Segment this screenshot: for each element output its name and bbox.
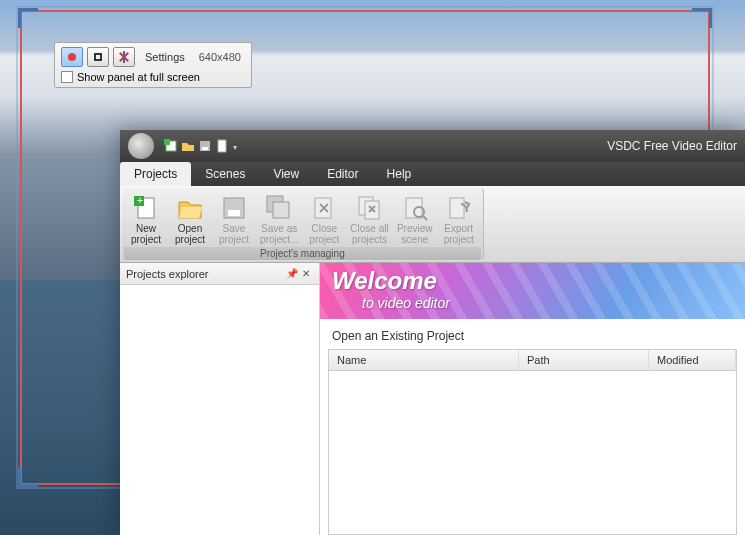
- open-existing-heading: Open an Existing Project: [320, 319, 745, 349]
- menu-help[interactable]: Help: [373, 162, 426, 186]
- qat-open-icon[interactable]: [181, 139, 195, 153]
- svg-rect-9: [228, 210, 240, 216]
- frame-icon: [94, 53, 102, 61]
- svg-rect-18: [450, 198, 464, 218]
- explorer-title: Projects explorer: [126, 268, 209, 280]
- projects-explorer-panel: Projects explorer 📌 ✕: [120, 263, 320, 535]
- open-project-button[interactable]: Open project: [168, 192, 212, 247]
- new-project-button[interactable]: + New project: [124, 192, 168, 247]
- window-title: VSDC Free Video Editor: [607, 139, 737, 153]
- menu-editor[interactable]: Editor: [313, 162, 372, 186]
- save-as-project-button[interactable]: Save as project...: [256, 192, 302, 247]
- qat-save-icon[interactable]: [198, 139, 212, 153]
- vsdc-window: VSDC Free Video Editor Projects Scenes V…: [120, 130, 745, 535]
- qat-new-icon[interactable]: [164, 139, 178, 153]
- welcome-subtitle: to video editor: [332, 295, 733, 311]
- frame-toggle-button[interactable]: [87, 47, 109, 67]
- menu-view[interactable]: View: [259, 162, 313, 186]
- pin-icon[interactable]: 📌: [285, 267, 299, 281]
- main-panel: Welcome to video editor Open an Existing…: [320, 263, 745, 535]
- ribbon-group-projects: + New project Open project Save project …: [122, 188, 484, 260]
- capture-corner-bl[interactable]: [18, 467, 38, 487]
- close-all-projects-button[interactable]: Close all projects: [346, 192, 392, 247]
- menu-projects[interactable]: Projects: [120, 162, 191, 186]
- col-path[interactable]: Path: [519, 350, 649, 370]
- preview-scene-button[interactable]: Preview scene: [393, 192, 437, 247]
- table-header: Name Path Modified: [329, 350, 736, 371]
- explorer-close-icon[interactable]: ✕: [299, 267, 313, 281]
- resolution-label: 640x480: [195, 51, 245, 63]
- svg-rect-11: [273, 202, 289, 218]
- col-name[interactable]: Name: [329, 350, 519, 370]
- capture-corner-tr[interactable]: [692, 8, 712, 28]
- tools-cross-icon: [118, 51, 130, 63]
- recent-projects-table[interactable]: Name Path Modified: [328, 349, 737, 535]
- app-icon: [128, 133, 154, 159]
- settings-link[interactable]: Settings: [139, 49, 191, 65]
- ribbon: + New project Open project Save project …: [120, 186, 745, 263]
- capture-corner-tl[interactable]: [18, 8, 38, 28]
- save-project-button[interactable]: Save project: [212, 192, 256, 247]
- menu-scenes[interactable]: Scenes: [191, 162, 259, 186]
- recorder-panel: Settings 640x480 Show panel at full scre…: [54, 42, 252, 88]
- welcome-banner: Welcome to video editor: [320, 263, 745, 319]
- save-as-project-icon: [265, 194, 293, 222]
- col-modified[interactable]: Modified: [649, 350, 736, 370]
- preview-scene-icon: [401, 194, 429, 222]
- welcome-title: Welcome: [332, 267, 733, 295]
- export-project-button[interactable]: Export project: [437, 192, 481, 247]
- svg-rect-4: [218, 140, 226, 152]
- close-all-projects-icon: [356, 194, 384, 222]
- ribbon-group-title: Project's managing: [124, 247, 481, 260]
- fullscreen-checkbox-label: Show panel at full screen: [77, 71, 200, 83]
- explorer-body[interactable]: [120, 285, 319, 535]
- quick-access-toolbar: [164, 139, 229, 153]
- explorer-header: Projects explorer 📌 ✕: [120, 263, 319, 285]
- fullscreen-checkbox[interactable]: [61, 71, 73, 83]
- tools-button[interactable]: [113, 47, 135, 67]
- svg-rect-1: [164, 139, 170, 145]
- export-project-icon: [445, 194, 473, 222]
- svg-line-17: [423, 216, 427, 220]
- new-project-icon: +: [132, 194, 160, 222]
- record-icon: [68, 53, 76, 61]
- save-project-icon: [220, 194, 248, 222]
- close-project-icon: [310, 194, 338, 222]
- qat-doc-icon[interactable]: [215, 139, 229, 153]
- close-project-button[interactable]: Close project: [302, 192, 346, 247]
- content-area: Projects explorer 📌 ✕ Welcome to video e…: [120, 263, 745, 535]
- svg-rect-3: [202, 147, 208, 150]
- menubar: Projects Scenes View Editor Help: [120, 162, 745, 186]
- qat-dropdown-icon[interactable]: [233, 139, 239, 153]
- svg-text:+: +: [137, 195, 143, 206]
- open-project-icon: [176, 194, 204, 222]
- record-button[interactable]: [61, 47, 83, 67]
- titlebar[interactable]: VSDC Free Video Editor: [120, 130, 745, 162]
